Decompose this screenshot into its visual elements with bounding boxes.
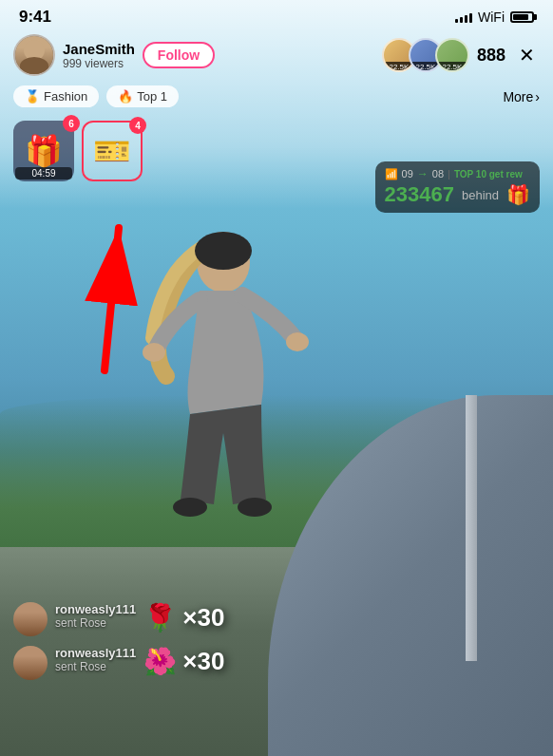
more-chevron-icon: › <box>535 89 540 104</box>
gifts-rank-row: 🎁 04:59 6 🎫 4 📶 09 → 08 | TOP 10 get rew… <box>0 111 553 191</box>
status-icons: WiFi <box>455 9 534 25</box>
viewer-count-badge-3: 22.5K <box>437 62 467 72</box>
tag-fashion-label: Fashion <box>44 89 87 104</box>
gift-emoji-1: 🎁 <box>25 133 63 169</box>
rank-big-row: 233467 behind 🎁 <box>385 182 530 207</box>
gift-badge-2: 4 <box>129 117 146 134</box>
streamer-avatar[interactable] <box>13 34 55 76</box>
gift-timer-1: 04:59 <box>15 167 72 180</box>
wifi-icon: WiFi <box>478 9 505 25</box>
gift-item-2[interactable]: 🎫 4 <box>82 121 143 181</box>
more-button[interactable]: More › <box>503 89 540 104</box>
signal-icon <box>455 11 472 23</box>
chat-avatar-1 <box>13 602 48 636</box>
chat-text-1: sent Rose <box>55 616 136 630</box>
status-time: 9:41 <box>19 8 51 27</box>
viewer-count: 999 viewers <box>63 57 135 70</box>
gift-emoji-2: 🎫 <box>93 133 131 169</box>
chat-content-1: ronweasly111 sent Rose <box>55 602 136 630</box>
rank-from: 09 <box>402 168 413 180</box>
viewer-avatars: 22.5K 22.5K 22.5K <box>382 38 469 72</box>
status-bar: 9:41 WiFi <box>0 0 553 30</box>
gift-count-2: ×30 <box>182 647 224 676</box>
rank-behind-label: behind <box>462 188 499 202</box>
chat-text-2: sent Rose <box>55 660 136 673</box>
rank-separator: | <box>448 168 450 180</box>
more-label: More <box>503 89 533 104</box>
rank-arrow-icon: → <box>417 167 429 180</box>
tag-top-label: Top 1 <box>137 89 167 104</box>
follow-button[interactable]: Follow <box>143 42 215 68</box>
battery-icon <box>510 11 534 23</box>
rank-get-label: TOP 10 get rew <box>454 169 523 180</box>
tags-row: 🏅 Fashion 🔥 Top 1 More › <box>0 82 553 111</box>
chat-username-1: ronweasly111 <box>55 602 136 616</box>
chat-area: ronweasly111 sent Rose 🌹 ×30 ronweasly11… <box>0 602 553 680</box>
chat-avatar-2 <box>13 646 48 680</box>
gift-count-1: ×30 <box>182 603 224 633</box>
chat-message-1: ronweasly111 sent Rose 🌹 ×30 <box>13 602 540 636</box>
gifts-row: 🎁 04:59 6 🎫 4 <box>0 115 156 187</box>
top-bar: JaneSmith 999 viewers Follow 22.5K 22.5K… <box>0 30 553 82</box>
rank-panel: 📶 09 → 08 | TOP 10 get rew 233467 behind… <box>375 161 540 213</box>
ui-overlay: 9:41 WiFi JaneSmith <box>0 0 553 756</box>
streamer-username: JaneSmith <box>63 41 135 57</box>
rank-to: 08 <box>432 168 444 180</box>
tag-fashion-emoji: 🏅 <box>25 89 40 104</box>
gift-item-1[interactable]: 🎁 04:59 6 <box>13 121 74 181</box>
user-text: JaneSmith 999 viewers <box>63 41 135 70</box>
rank-big-number: 233467 <box>385 182 454 207</box>
viewer-avatar-3: 22.5K <box>435 38 469 72</box>
tags-left: 🏅 Fashion 🔥 Top 1 <box>13 85 179 107</box>
svg-line-7 <box>105 228 119 370</box>
close-button[interactable]: ✕ <box>513 42 540 68</box>
rank-up-icon: 📶 <box>385 168 398 180</box>
gift-badge-1: 6 <box>63 115 80 132</box>
total-viewer-number: 888 <box>477 46 505 66</box>
tag-fashion[interactable]: 🏅 Fashion <box>13 85 99 107</box>
top-right: 22.5K 22.5K 22.5K 888 ✕ <box>382 38 540 72</box>
chat-content-2: ronweasly111 sent Rose <box>55 646 136 673</box>
tag-top-emoji: 🔥 <box>118 89 133 104</box>
chat-message-2: ronweasly111 sent Rose 🌺 ×30 <box>13 646 540 680</box>
gift-display-1: 🌹 ×30 <box>143 602 224 633</box>
user-info: JaneSmith 999 viewers Follow <box>13 34 215 76</box>
annotation-arrow <box>57 209 152 384</box>
gift-display-2: 🌺 ×30 <box>143 646 224 677</box>
gift-rose-icon-2: 🌺 <box>143 646 177 677</box>
rank-top-line: 📶 09 → 08 | TOP 10 get rew <box>385 167 530 180</box>
chat-username-2: ronweasly111 <box>55 646 136 660</box>
gift-rose-icon-1: 🌹 <box>143 602 177 633</box>
rank-gift-emoji: 🎁 <box>506 183 530 206</box>
tag-top[interactable]: 🔥 Top 1 <box>106 85 179 107</box>
